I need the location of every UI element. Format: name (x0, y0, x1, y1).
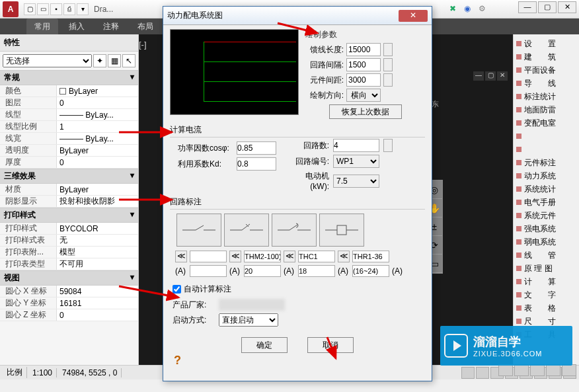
tool-item[interactable]: 计 算 (514, 275, 579, 288)
direction-select[interactable]: 横向 (346, 89, 381, 102)
row1-nav3[interactable]: ≪ (338, 251, 350, 262)
prop-group-header[interactable]: 视图▾ (0, 270, 138, 286)
prop-row[interactable]: 打印样式表无 (0, 235, 138, 247)
prop-value[interactable]: 不可用 (56, 258, 138, 270)
qat-print[interactable]: ⎙ (63, 3, 75, 15)
prop-row[interactable]: 线型——— ByLay... (0, 109, 138, 121)
start-select[interactable]: 直接启动 (219, 313, 278, 327)
prop-row[interactable]: 打印表附...模型 (0, 247, 138, 258)
window-close[interactable]: ✕ (558, 1, 576, 13)
prop-group-header[interactable]: 三维效果▾ (0, 169, 138, 184)
prop-value[interactable]: 无 (56, 235, 138, 246)
tool-item[interactable]: 电气手册 (514, 196, 579, 209)
loop-r1-c3[interactable] (298, 251, 335, 262)
prop-value[interactable]: ——— ByLay... (56, 109, 138, 120)
tool-item[interactable]: 系统统计 (514, 182, 579, 196)
prop-row[interactable]: 圆心 Z 坐标0 (0, 309, 138, 321)
prop-group-header[interactable]: 常规▾ (0, 70, 138, 85)
tool-item[interactable]: 元件标注 (514, 156, 579, 169)
window-minimize[interactable]: — (518, 1, 537, 13)
status-btn-1[interactable] (461, 367, 475, 379)
dialog-close-button[interactable]: ✕ (399, 10, 428, 22)
ext-icon-3[interactable]: ⚙ (479, 4, 489, 15)
tool-item[interactable]: 建 筑 (514, 50, 579, 63)
prop-value[interactable]: 0 (56, 309, 138, 321)
vp-minimize[interactable]: — (473, 71, 484, 81)
ext-icon-2[interactable]: ◉ (464, 4, 475, 15)
app-logo[interactable]: A (3, 1, 19, 17)
pf-input[interactable] (237, 141, 276, 155)
pick-icon[interactable]: ↖ (122, 54, 135, 67)
tool-item[interactable]: 设 置 (514, 37, 579, 50)
prop-row[interactable]: 圆心 X 坐标59084 (0, 286, 138, 297)
prop-value[interactable]: ByLayer (56, 145, 138, 156)
symbol-breaker[interactable] (224, 214, 269, 247)
tool-item[interactable]: 地面防雷 (514, 103, 579, 116)
row1-nav1[interactable]: ≪ (229, 251, 241, 262)
prop-value[interactable]: ByLayer (56, 184, 138, 195)
tab-common[interactable]: 常用 (26, 19, 58, 35)
prop-row[interactable]: 线宽——— ByLay... (0, 133, 138, 145)
inner-status-5[interactable] (562, 364, 576, 376)
status-btn-2[interactable] (476, 367, 489, 379)
tool-item[interactable]: 平面设备 (514, 63, 579, 77)
tab-annotate[interactable]: 注释 (95, 19, 127, 35)
tool-item[interactable]: 文 字 (514, 288, 579, 301)
loop-r2-c2[interactable] (244, 265, 281, 277)
window-maximize[interactable]: ▢ (538, 1, 557, 13)
prop-row[interactable]: 图层0 (0, 97, 138, 109)
tool-item[interactable]: 线 管 (514, 249, 579, 262)
select-objects-icon[interactable]: ▦ (108, 54, 121, 67)
selection-filter[interactable]: 无选择 (3, 54, 92, 67)
ext-icon-1[interactable]: ✖ (449, 4, 460, 15)
quick-select-icon[interactable]: ✦ (93, 54, 106, 67)
loop-r2-c4[interactable] (352, 265, 389, 277)
prop-value[interactable]: 1 (56, 121, 138, 132)
dialog-titlebar[interactable]: 动力配电系统图 ✕ (163, 7, 432, 25)
prop-value[interactable]: 0 (56, 157, 138, 168)
tool-item[interactable]: 表 格 (514, 301, 579, 315)
qat-save[interactable]: ▪ (50, 3, 62, 15)
help-icon[interactable]: ? (174, 354, 181, 368)
tool-item[interactable]: 系统元件 (514, 209, 579, 222)
elem-gap-input[interactable] (346, 73, 381, 87)
vp-close[interactable]: ✕ (497, 71, 508, 81)
auto-calc-checkbox[interactable] (173, 285, 181, 294)
prop-value[interactable]: ——— ByLay... (56, 133, 138, 144)
loop-r1-c1[interactable] (190, 251, 227, 262)
symbol-relay[interactable] (319, 214, 364, 247)
tool-item[interactable] (514, 143, 579, 156)
loop-r2-c1[interactable] (190, 265, 227, 277)
loops-spinner[interactable] (383, 139, 393, 152)
loopnum-select[interactable]: WP1 (333, 155, 379, 168)
row1-prev[interactable]: ≪ (175, 251, 187, 262)
tool-item[interactable]: 弱电系统 (514, 235, 579, 249)
loops-input[interactable] (333, 139, 379, 152)
prop-row[interactable]: 阴影显示投射和接收阴影 (0, 196, 138, 208)
prop-row[interactable]: 材质ByLayer (0, 184, 138, 196)
vp-maximize[interactable]: ▢ (485, 71, 496, 81)
prop-row[interactable]: 线型比例1 (0, 121, 138, 133)
prop-row[interactable]: 打印样式BYCOLOR (0, 223, 138, 235)
elem-gap-spinner[interactable] (383, 73, 393, 87)
prop-value[interactable]: 模型 (56, 247, 138, 258)
status-scale[interactable]: 1:100 (28, 368, 57, 377)
viewcube-east[interactable]: 东 (432, 99, 439, 109)
kd-input[interactable] (237, 157, 276, 171)
tool-item[interactable]: 变配电室 (514, 116, 579, 130)
loop-r2-c3[interactable] (298, 265, 335, 277)
motor-select[interactable]: 7.5 (333, 175, 379, 188)
qat-open[interactable]: ▭ (37, 3, 49, 15)
loop-gap-spinner[interactable] (383, 58, 393, 71)
tool-item[interactable] (514, 130, 579, 143)
qat-more[interactable]: ▾ (77, 3, 89, 15)
tool-item[interactable]: 原 理 图 (514, 262, 579, 275)
prop-value[interactable]: 16181 (56, 297, 138, 309)
inner-status-2[interactable] (514, 364, 529, 376)
prop-row[interactable]: 打印表类型不可用 (0, 258, 138, 270)
loop-gap-input[interactable] (346, 58, 381, 71)
inner-status-1[interactable] (498, 364, 513, 376)
tool-item[interactable]: 动力系统 (514, 169, 579, 182)
qat-new[interactable]: ▢ (24, 3, 36, 15)
tool-item[interactable]: 导 线 (514, 77, 579, 90)
